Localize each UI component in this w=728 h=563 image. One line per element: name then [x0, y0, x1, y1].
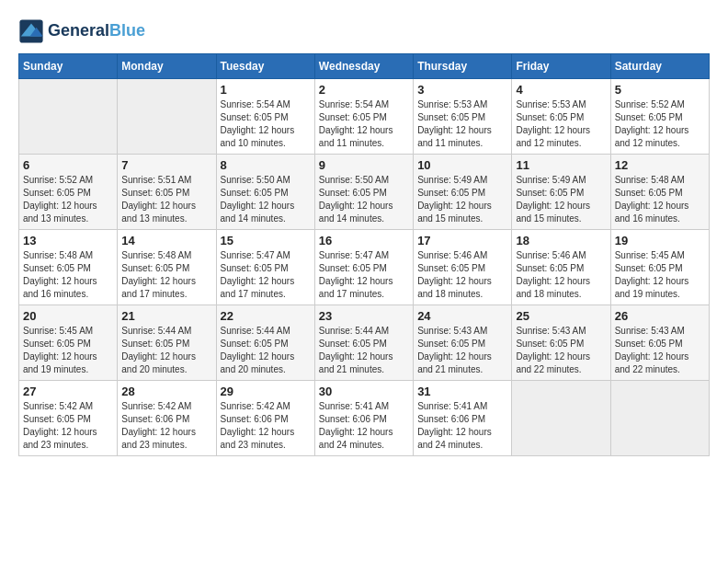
day-number: 8: [221, 158, 311, 172]
calendar-table: SundayMondayTuesdayWednesdayThursdayFrid…: [18, 53, 710, 456]
day-info: Sunrise: 5:46 AMSunset: 6:05 PMDaylight:…: [417, 249, 507, 301]
calendar-cell: 23Sunrise: 5:44 AMSunset: 6:05 PMDayligh…: [314, 305, 413, 381]
calendar-week-row: 20Sunrise: 5:45 AMSunset: 6:05 PMDayligh…: [19, 305, 710, 381]
day-info: Sunrise: 5:44 AMSunset: 6:05 PMDaylight:…: [121, 325, 211, 376]
calendar-cell: 29Sunrise: 5:42 AMSunset: 6:06 PMDayligh…: [216, 381, 314, 456]
day-number: 18: [516, 234, 606, 247]
header-friday: Friday: [512, 54, 610, 79]
day-number: 21: [121, 309, 211, 323]
day-info: Sunrise: 5:51 AMSunset: 6:05 PMDaylight:…: [121, 174, 211, 225]
day-info: Sunrise: 5:46 AMSunset: 6:05 PMDaylight:…: [516, 249, 606, 301]
calendar-cell: [610, 381, 709, 456]
calendar-week-row: 27Sunrise: 5:42 AMSunset: 6:05 PMDayligh…: [19, 381, 710, 456]
calendar-week-row: 6Sunrise: 5:52 AMSunset: 6:05 PMDaylight…: [19, 155, 710, 230]
day-number: 30: [319, 385, 409, 398]
day-info: Sunrise: 5:47 AMSunset: 6:05 PMDaylight:…: [221, 249, 311, 301]
header-thursday: Thursday: [414, 54, 512, 79]
calendar-cell: 15Sunrise: 5:47 AMSunset: 6:05 PMDayligh…: [216, 230, 314, 305]
day-number: 29: [221, 385, 311, 398]
calendar-cell: 8Sunrise: 5:50 AMSunset: 6:05 PMDaylight…: [216, 155, 314, 230]
day-info: Sunrise: 5:44 AMSunset: 6:05 PMDaylight:…: [319, 325, 409, 376]
day-info: Sunrise: 5:44 AMSunset: 6:05 PMDaylight:…: [221, 325, 311, 376]
header-monday: Monday: [118, 54, 216, 79]
day-number: 9: [319, 158, 409, 172]
day-info: Sunrise: 5:41 AMSunset: 6:06 PMDaylight:…: [319, 400, 409, 452]
day-number: 7: [121, 158, 211, 172]
day-info: Sunrise: 5:42 AMSunset: 6:06 PMDaylight:…: [121, 400, 211, 452]
logo-text: GeneralBlue: [48, 22, 145, 40]
day-info: Sunrise: 5:48 AMSunset: 6:05 PMDaylight:…: [23, 249, 113, 301]
day-info: Sunrise: 5:41 AMSunset: 6:06 PMDaylight:…: [417, 400, 507, 452]
day-info: Sunrise: 5:52 AMSunset: 6:05 PMDaylight:…: [23, 174, 113, 225]
day-info: Sunrise: 5:53 AMSunset: 6:05 PMDaylight:…: [417, 98, 507, 150]
day-info: Sunrise: 5:42 AMSunset: 6:05 PMDaylight:…: [23, 400, 113, 452]
calendar-cell: [512, 381, 610, 456]
day-number: 26: [615, 309, 705, 323]
calendar-cell: 22Sunrise: 5:44 AMSunset: 6:05 PMDayligh…: [216, 305, 314, 381]
calendar-cell: 7Sunrise: 5:51 AMSunset: 6:05 PMDaylight…: [118, 155, 216, 230]
header-saturday: Saturday: [610, 54, 709, 79]
calendar-cell: 16Sunrise: 5:47 AMSunset: 6:05 PMDayligh…: [314, 230, 413, 305]
day-number: 12: [615, 158, 705, 172]
calendar-cell: 21Sunrise: 5:44 AMSunset: 6:05 PMDayligh…: [118, 305, 216, 381]
calendar-cell: 9Sunrise: 5:50 AMSunset: 6:05 PMDaylight…: [314, 155, 413, 230]
day-number: 28: [121, 385, 211, 398]
calendar-cell: 26Sunrise: 5:43 AMSunset: 6:05 PMDayligh…: [610, 305, 709, 381]
calendar-cell: 24Sunrise: 5:43 AMSunset: 6:05 PMDayligh…: [414, 305, 512, 381]
day-info: Sunrise: 5:52 AMSunset: 6:05 PMDaylight:…: [615, 98, 705, 150]
calendar-cell: [19, 79, 118, 155]
calendar-cell: 27Sunrise: 5:42 AMSunset: 6:05 PMDayligh…: [19, 381, 118, 456]
calendar-cell: 14Sunrise: 5:48 AMSunset: 6:05 PMDayligh…: [118, 230, 216, 305]
day-number: 24: [417, 309, 507, 323]
day-info: Sunrise: 5:43 AMSunset: 6:05 PMDaylight:…: [516, 325, 606, 376]
logo: GeneralBlue: [18, 18, 145, 44]
day-number: 2: [319, 83, 409, 97]
calendar-cell: 11Sunrise: 5:49 AMSunset: 6:05 PMDayligh…: [512, 155, 610, 230]
calendar-cell: 2Sunrise: 5:54 AMSunset: 6:05 PMDaylight…: [314, 79, 413, 155]
day-number: 31: [417, 385, 507, 398]
page-header: GeneralBlue: [18, 18, 710, 44]
day-number: 15: [221, 234, 311, 247]
calendar-cell: 10Sunrise: 5:49 AMSunset: 6:05 PMDayligh…: [414, 155, 512, 230]
calendar-cell: 31Sunrise: 5:41 AMSunset: 6:06 PMDayligh…: [414, 381, 512, 456]
day-number: 4: [516, 83, 606, 97]
calendar-cell: 1Sunrise: 5:54 AMSunset: 6:05 PMDaylight…: [216, 79, 314, 155]
day-number: 1: [221, 83, 311, 97]
calendar-cell: [118, 79, 216, 155]
day-info: Sunrise: 5:47 AMSunset: 6:05 PMDaylight:…: [319, 249, 409, 301]
day-number: 25: [516, 309, 606, 323]
day-number: 16: [319, 234, 409, 247]
calendar-cell: 20Sunrise: 5:45 AMSunset: 6:05 PMDayligh…: [19, 305, 118, 381]
day-number: 27: [23, 385, 113, 398]
header-tuesday: Tuesday: [216, 54, 314, 79]
day-info: Sunrise: 5:50 AMSunset: 6:05 PMDaylight:…: [221, 174, 311, 225]
day-number: 20: [23, 309, 113, 323]
calendar-cell: 5Sunrise: 5:52 AMSunset: 6:05 PMDaylight…: [610, 79, 709, 155]
day-info: Sunrise: 5:45 AMSunset: 6:05 PMDaylight:…: [615, 249, 705, 301]
calendar-cell: 19Sunrise: 5:45 AMSunset: 6:05 PMDayligh…: [610, 230, 709, 305]
day-number: 11: [516, 158, 606, 172]
calendar-cell: 4Sunrise: 5:53 AMSunset: 6:05 PMDaylight…: [512, 79, 610, 155]
day-info: Sunrise: 5:54 AMSunset: 6:05 PMDaylight:…: [221, 98, 311, 150]
day-number: 6: [23, 158, 113, 172]
day-info: Sunrise: 5:48 AMSunset: 6:05 PMDaylight:…: [121, 249, 211, 301]
day-number: 3: [417, 83, 507, 97]
day-info: Sunrise: 5:48 AMSunset: 6:05 PMDaylight:…: [615, 174, 705, 225]
calendar-cell: 3Sunrise: 5:53 AMSunset: 6:05 PMDaylight…: [414, 79, 512, 155]
header-wednesday: Wednesday: [314, 54, 413, 79]
day-number: 13: [23, 234, 113, 247]
calendar-cell: 12Sunrise: 5:48 AMSunset: 6:05 PMDayligh…: [610, 155, 709, 230]
calendar-week-row: 1Sunrise: 5:54 AMSunset: 6:05 PMDaylight…: [19, 79, 710, 155]
calendar-cell: 13Sunrise: 5:48 AMSunset: 6:05 PMDayligh…: [19, 230, 118, 305]
day-info: Sunrise: 5:43 AMSunset: 6:05 PMDaylight:…: [615, 325, 705, 376]
day-number: 22: [221, 309, 311, 323]
calendar-week-row: 13Sunrise: 5:48 AMSunset: 6:05 PMDayligh…: [19, 230, 710, 305]
calendar-cell: 17Sunrise: 5:46 AMSunset: 6:05 PMDayligh…: [414, 230, 512, 305]
calendar-cell: 18Sunrise: 5:46 AMSunset: 6:05 PMDayligh…: [512, 230, 610, 305]
calendar-cell: 25Sunrise: 5:43 AMSunset: 6:05 PMDayligh…: [512, 305, 610, 381]
calendar-header-row: SundayMondayTuesdayWednesdayThursdayFrid…: [19, 54, 710, 79]
calendar-cell: 28Sunrise: 5:42 AMSunset: 6:06 PMDayligh…: [118, 381, 216, 456]
day-info: Sunrise: 5:49 AMSunset: 6:05 PMDaylight:…: [516, 174, 606, 225]
day-info: Sunrise: 5:43 AMSunset: 6:05 PMDaylight:…: [417, 325, 507, 376]
day-number: 23: [319, 309, 409, 323]
